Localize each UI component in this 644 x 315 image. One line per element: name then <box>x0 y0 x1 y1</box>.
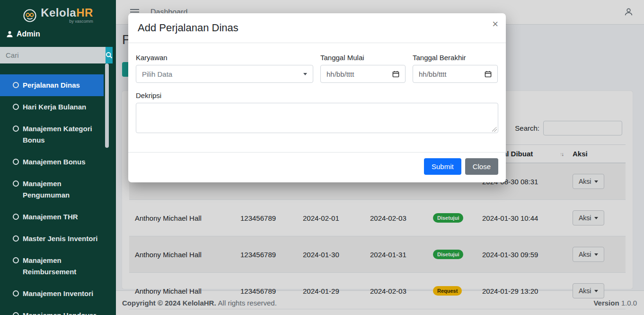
tanggal-mulai-label: Tanggal Mulai <box>320 54 406 62</box>
sidebar-search-button[interactable] <box>106 47 113 63</box>
sidebar-item-hari-kerja-bulanan[interactable]: Hari Kerja Bulanan <box>0 96 104 118</box>
user-name: Admin <box>17 30 40 38</box>
sidebar-item-label: Manajemen Handover <box>23 310 96 315</box>
deskripsi-field-group: Dekripsi <box>136 91 498 133</box>
tanggal-berakhir-placeholder: hh/bb/tttt <box>419 70 446 78</box>
sidebar-item-master-jenis-inventori[interactable]: Master Jenis Inventori <box>0 228 104 250</box>
sidebar-item-manajemen-reimbursement[interactable]: Manajemen Reimbursement <box>0 250 104 283</box>
sidebar-item-manajemen-bonus[interactable]: Manajemen Bonus <box>0 151 104 173</box>
circle-icon <box>13 257 19 263</box>
circle-icon <box>13 235 19 242</box>
tanggal-mulai-placeholder: hh/bb/tttt <box>326 70 354 78</box>
circle-icon <box>13 82 19 88</box>
karyawan-select[interactable]: Pilih Data <box>136 65 313 83</box>
select-caret-icon <box>303 73 307 75</box>
sidebar-item-label: Hari Kerja Bulanan <box>23 101 86 113</box>
sidebar-item-manajemen-inventori[interactable]: Manajemen Inventori <box>0 283 104 305</box>
add-perjalanan-dinas-modal: Add Perjalanan Dinas × Karyawan Pilih Da… <box>128 13 506 182</box>
brand-byline: by vascomm <box>41 19 93 24</box>
sidebar-item-manajemen-pengumuman[interactable]: Manajemen Pengumuman <box>0 173 104 206</box>
submit-button[interactable]: Submit <box>424 158 461 175</box>
circle-icon <box>13 126 19 132</box>
circle-icon <box>13 290 19 297</box>
sidebar-item-label: Manajemen THR <box>23 211 78 223</box>
modal-close-button[interactable]: Close <box>465 158 498 175</box>
tanggal-berakhir-field-group: Tanggal Berakhir hh/bb/tttt <box>413 54 498 83</box>
sidebar-menu: Perjalanan Dinas Hari Kerja Bulanan Mana… <box>0 74 104 315</box>
sidebar-scrollbar-thumb[interactable] <box>105 63 109 148</box>
app-logo[interactable]: KelolaHR by vascomm <box>0 0 116 27</box>
search-icon <box>106 52 113 59</box>
deskripsi-label: Dekripsi <box>136 91 498 99</box>
sidebar-item-manajemen-handover[interactable]: Manajemen Handover <box>0 305 104 315</box>
sidebar-item-manajemen-thr[interactable]: Manajemen THR <box>0 206 104 228</box>
circle-icon <box>13 104 19 110</box>
circle-icon <box>13 214 19 220</box>
sidebar-item-label: Manajemen Bonus <box>23 156 86 168</box>
sidebar: KelolaHR by vascomm Admin Perjalanan D <box>0 0 116 315</box>
modal-title: Add Perjalanan Dinas <box>138 22 496 34</box>
sidebar-item-label: Master Jenis Inventori <box>23 233 97 244</box>
sidebar-search <box>0 47 110 63</box>
close-icon[interactable]: × <box>492 19 498 29</box>
sidebar-item-label: Manajemen Pengumuman <box>23 178 101 201</box>
circle-icon <box>13 159 19 165</box>
tanggal-mulai-input[interactable]: hh/bb/tttt <box>320 65 406 83</box>
karyawan-label: Karyawan <box>136 54 313 62</box>
brand-wordmark: KelolaHR by vascomm <box>41 7 93 24</box>
karyawan-select-value: Pilih Data <box>142 70 172 78</box>
app-root: KelolaHR by vascomm Admin Perjalanan D <box>0 0 644 315</box>
calendar-icon[interactable] <box>485 71 492 78</box>
user-icon <box>6 30 13 38</box>
modal-header: Add Perjalanan Dinas × <box>128 13 506 43</box>
sidebar-item-perjalanan-dinas[interactable]: Perjalanan Dinas <box>0 74 104 96</box>
calendar-icon[interactable] <box>392 71 399 78</box>
circle-icon <box>13 312 19 315</box>
tanggal-berakhir-label: Tanggal Berakhir <box>413 54 498 62</box>
sidebar-item-label: Perjalanan Dinas <box>23 80 80 91</box>
kelolahr-logo-icon <box>23 9 37 23</box>
sidebar-search-input[interactable] <box>0 47 106 63</box>
brand-accent: HR <box>76 6 93 19</box>
karyawan-field-group: Karyawan Pilih Data <box>136 54 313 83</box>
sidebar-item-label: Manajemen Kategori Bonus <box>23 123 101 146</box>
deskripsi-textarea[interactable] <box>136 103 498 133</box>
tanggal-mulai-field-group: Tanggal Mulai hh/bb/tttt <box>320 54 406 83</box>
brand-main: Kelola <box>41 6 76 19</box>
modal-body: Karyawan Pilih Data Tanggal Mulai hh/bb/… <box>128 43 506 152</box>
modal-footer: Submit Close <box>128 152 506 182</box>
user-row: Admin <box>0 28 116 40</box>
tanggal-berakhir-input[interactable]: hh/bb/tttt <box>413 65 498 83</box>
circle-icon <box>13 180 19 187</box>
sidebar-item-manajemen-kategori-bonus[interactable]: Manajemen Kategori Bonus <box>0 118 104 151</box>
sidebar-item-label: Manajemen Inventori <box>23 288 93 299</box>
form-row: Karyawan Pilih Data Tanggal Mulai hh/bb/… <box>136 54 498 83</box>
sidebar-item-label: Manajemen Reimbursement <box>23 255 101 278</box>
